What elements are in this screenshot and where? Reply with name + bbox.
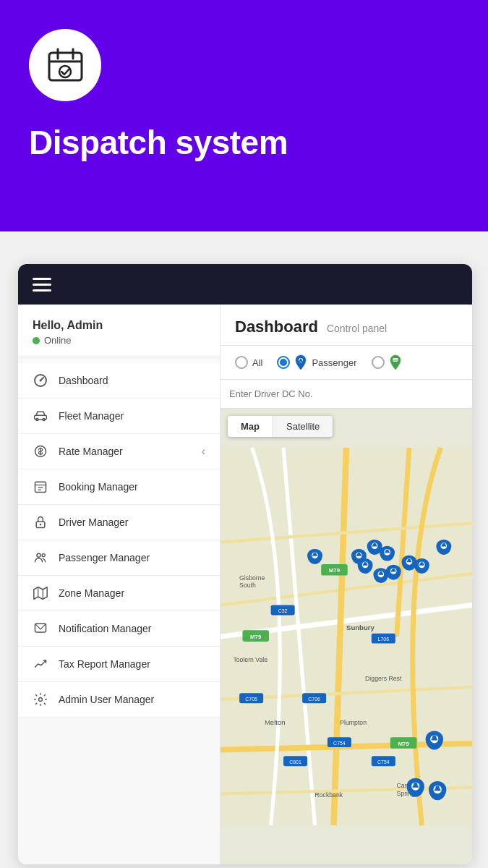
lock-icon [33, 514, 48, 530]
svg-text:South: South [239, 582, 256, 589]
sidebar-item-passenger-manager[interactable]: Passenger Manager [18, 540, 220, 576]
filter-passenger-radio[interactable] [277, 356, 290, 369]
sidebar-item-driver-manager-label: Driver Manager [59, 516, 205, 528]
filter-all[interactable]: All [235, 356, 262, 369]
top-bar [18, 264, 472, 305]
sidebar-item-fleet-manager-label: Fleet Manager [59, 410, 205, 422]
dashboard-subtitle: Control panel [327, 323, 387, 334]
svg-text:L706: L706 [378, 637, 390, 642]
dashboard-icon [33, 373, 48, 388]
svg-text:M79: M79 [250, 634, 262, 640]
svg-point-23 [39, 698, 43, 702]
filter-all-label: All [252, 357, 262, 368]
map-icon [33, 585, 48, 601]
filter-row: All Passenger [221, 346, 472, 380]
sidebar-item-zone-manager-label: Zone Manager [59, 587, 205, 599]
chart-icon [33, 656, 48, 672]
sidebar-item-booking-manager[interactable]: Booking Manager [18, 469, 220, 505]
settings-icon [33, 692, 48, 707]
car-icon [33, 408, 48, 424]
sidebar-item-dashboard[interactable]: Dashboard [18, 363, 220, 399]
filter-driver-radio[interactable] [372, 356, 385, 369]
svg-text:Melton: Melton [265, 718, 286, 726]
sidebar-item-passenger-manager-label: Passenger Manager [59, 552, 205, 563]
dashboard-panel: Dashboard Control panel All [221, 305, 472, 864]
svg-text:C705: C705 [245, 697, 257, 702]
svg-point-17 [37, 553, 40, 557]
sidebar: Hello, Admin Online Dash [18, 305, 221, 864]
svg-text:C801: C801 [289, 760, 301, 765]
logo-circle [29, 29, 101, 101]
sidebar-item-fleet-manager[interactable]: Fleet Manager [18, 399, 220, 434]
svg-marker-19 [34, 587, 47, 600]
user-section: Hello, Admin Online [18, 305, 220, 357]
svg-point-18 [42, 554, 45, 557]
calendar-check-icon [46, 46, 85, 85]
hamburger-icon[interactable] [33, 278, 51, 292]
notification-icon [33, 621, 48, 637]
map-container: Map Satellite [221, 409, 472, 864]
svg-text:Toolern Vale: Toolern Vale [233, 656, 267, 663]
rate-manager-chevron-icon: ‹ [202, 445, 205, 458]
svg-text:C754: C754 [333, 741, 346, 746]
filter-passenger[interactable]: Passenger [277, 354, 356, 370]
svg-text:M79: M79 [398, 741, 410, 747]
sidebar-item-admin-user-manager-label: Admin User Manager [59, 694, 205, 705]
dashboard-header: Dashboard Control panel [221, 305, 472, 346]
svg-text:Rockbank: Rockbank [315, 791, 343, 799]
app-card: Hello, Admin Online Dash [18, 264, 472, 864]
main-area: Hello, Admin Online Dash [18, 305, 472, 864]
svg-text:C32: C32 [278, 608, 288, 613]
filter-all-radio[interactable] [235, 356, 248, 369]
nav-items: Dashboard Fleet Manager [18, 357, 220, 723]
dollar-icon [33, 443, 48, 459]
filter-passenger-label: Passenger [312, 357, 356, 368]
sidebar-item-driver-manager[interactable]: Driver Manager [18, 505, 220, 540]
sidebar-item-tax-report-manager-label: Tax Report Manager [59, 658, 205, 670]
booking-icon [33, 479, 48, 495]
status-dot [33, 337, 40, 344]
driver-search-input[interactable] [229, 386, 463, 402]
dashboard-title: Dashboard [235, 318, 318, 336]
sidebar-item-rate-manager-label: Rate Manager [59, 446, 192, 457]
map-view-satellite-button[interactable]: Satellite [273, 416, 333, 437]
search-row [221, 380, 472, 409]
passenger-pin-icon [294, 354, 307, 370]
svg-text:Plumpton: Plumpton [340, 719, 367, 726]
sidebar-item-rate-manager[interactable]: Rate Manager ‹ [18, 434, 220, 469]
user-status: Online [33, 335, 205, 346]
svg-text:M79: M79 [329, 567, 341, 574]
user-name: Hello, Admin [33, 319, 205, 332]
svg-text:C706: C706 [308, 697, 320, 702]
map-svg: M79 M79 M79 C32 L706 C706 C705 C754 [221, 409, 472, 864]
sidebar-item-admin-user-manager[interactable]: Admin User Manager [18, 682, 220, 718]
driver-pin-icon [389, 354, 402, 370]
sidebar-item-notification-manager-label: Notification Manager [59, 623, 205, 634]
sidebar-item-tax-report-manager[interactable]: Tax Report Manager [18, 647, 220, 682]
filter-driver[interactable] [372, 354, 402, 370]
svg-text:Diggers Rest: Diggers Rest [365, 675, 402, 682]
svg-point-6 [40, 380, 42, 382]
header-section: Dispatch system [0, 0, 488, 231]
people-icon [33, 550, 48, 566]
svg-text:C754: C754 [377, 760, 390, 765]
sidebar-item-dashboard-label: Dashboard [59, 375, 205, 386]
status-label: Online [44, 335, 72, 346]
sidebar-item-booking-manager-label: Booking Manager [59, 481, 205, 493]
sidebar-item-zone-manager[interactable]: Zone Manager [18, 576, 220, 611]
sidebar-item-notification-manager[interactable]: Notification Manager [18, 611, 220, 647]
app-title: Dispatch system [29, 123, 459, 162]
svg-point-16 [40, 524, 42, 526]
map-view-map-button[interactable]: Map [228, 416, 273, 437]
svg-text:Sunbury: Sunbury [346, 624, 374, 631]
svg-text:Gisborne: Gisborne [239, 574, 265, 582]
